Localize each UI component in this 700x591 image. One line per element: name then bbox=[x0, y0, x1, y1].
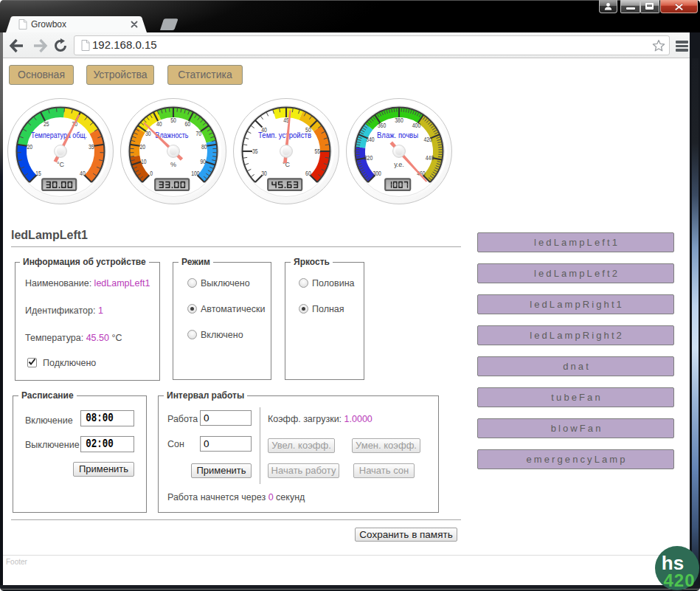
svg-text:380: 380 bbox=[395, 116, 403, 124]
svg-text:320: 320 bbox=[364, 153, 372, 162]
svg-text:Влаж. почвы: Влаж. почвы bbox=[377, 131, 418, 139]
svg-text:40: 40 bbox=[80, 169, 86, 177]
svg-text:°C: °C bbox=[57, 161, 65, 168]
svg-text:15: 15 bbox=[35, 169, 41, 177]
svg-text:340: 340 bbox=[366, 135, 374, 143]
svg-text:0: 0 bbox=[150, 169, 153, 177]
svg-text:50: 50 bbox=[170, 116, 176, 124]
svg-text:400: 400 bbox=[412, 121, 420, 129]
svg-text:20: 20 bbox=[27, 142, 32, 151]
svg-text:60: 60 bbox=[305, 169, 311, 177]
svg-text:420: 420 bbox=[423, 135, 432, 143]
svg-text:70: 70 bbox=[195, 129, 201, 137]
svg-text:90: 90 bbox=[200, 157, 206, 165]
svg-text:Температура общ.: Температура общ. bbox=[31, 131, 87, 139]
svg-text:60: 60 bbox=[184, 120, 190, 128]
svg-text:300: 300 bbox=[372, 169, 381, 177]
svg-text:25: 25 bbox=[44, 120, 49, 128]
svg-text:360: 360 bbox=[378, 121, 386, 129]
svg-text:80: 80 bbox=[201, 142, 207, 151]
svg-text:40: 40 bbox=[156, 120, 162, 128]
svg-text:%: % bbox=[170, 161, 176, 168]
svg-text:30: 30 bbox=[261, 169, 267, 177]
svg-text:20: 20 bbox=[139, 142, 145, 151]
svg-text:100: 100 bbox=[191, 169, 199, 177]
svg-text:35: 35 bbox=[252, 147, 258, 155]
svg-text:440: 440 bbox=[426, 153, 434, 162]
svg-text:55: 55 bbox=[315, 147, 321, 155]
svg-text:420: 420 bbox=[663, 570, 695, 590]
svg-text:35: 35 bbox=[89, 142, 94, 151]
svg-text:у.е.: у.е. bbox=[394, 161, 404, 168]
svg-text:10: 10 bbox=[141, 157, 147, 165]
svg-text:Темп. устройств: Темп. устройств bbox=[258, 131, 311, 139]
